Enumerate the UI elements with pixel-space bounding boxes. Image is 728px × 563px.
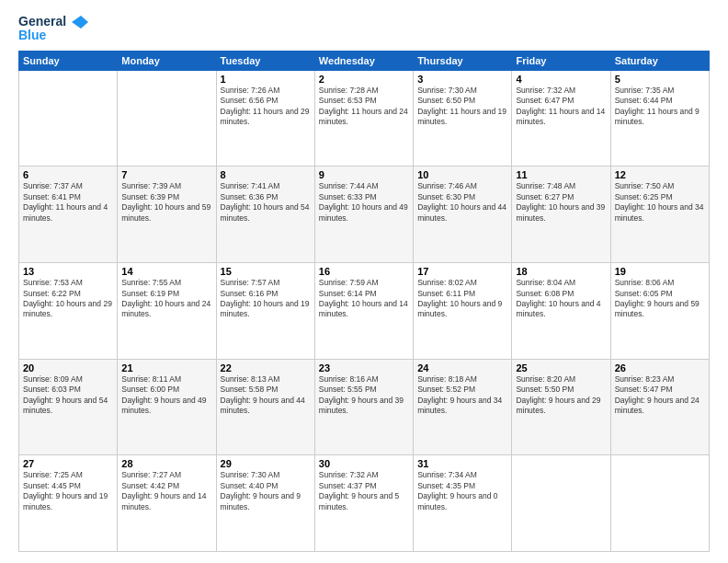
- calendar-cell: 24Sunrise: 8:18 AM Sunset: 5:52 PM Dayli…: [414, 359, 512, 455]
- page-header: General Blue: [18, 15, 710, 43]
- calendar-cell: 18Sunrise: 8:04 AM Sunset: 6:08 PM Dayli…: [512, 263, 610, 360]
- svg-marker-0: [72, 16, 88, 29]
- calendar-cell: 10Sunrise: 7:46 AM Sunset: 6:30 PM Dayli…: [414, 167, 512, 263]
- day-info: Sunrise: 7:50 AM Sunset: 6:25 PM Dayligh…: [615, 181, 705, 224]
- calendar-cell: 20Sunrise: 8:09 AM Sunset: 6:03 PM Dayli…: [19, 359, 118, 455]
- weekday-header-row: SundayMondayTuesdayWednesdayThursdayFrid…: [19, 51, 710, 70]
- calendar-cell: 3Sunrise: 7:30 AM Sunset: 6:50 PM Daylig…: [414, 70, 512, 167]
- logo: General Blue: [18, 15, 88, 43]
- weekday-thursday: Thursday: [414, 51, 512, 70]
- day-number: 20: [23, 362, 113, 373]
- calendar-cell: 7Sunrise: 7:39 AM Sunset: 6:39 PM Daylig…: [118, 167, 216, 263]
- day-number: 8: [221, 169, 311, 180]
- day-info: Sunrise: 8:16 AM Sunset: 5:55 PM Dayligh…: [319, 374, 409, 417]
- calendar-cell: 15Sunrise: 7:57 AM Sunset: 6:16 PM Dayli…: [216, 263, 314, 360]
- day-number: 25: [516, 362, 606, 373]
- day-info: Sunrise: 7:48 AM Sunset: 6:27 PM Dayligh…: [516, 181, 606, 224]
- calendar-cell: [610, 455, 709, 552]
- logo-blue: Blue: [18, 29, 88, 42]
- day-info: Sunrise: 7:25 AM Sunset: 4:45 PM Dayligh…: [23, 470, 113, 512]
- day-info: Sunrise: 7:39 AM Sunset: 6:39 PM Dayligh…: [121, 181, 211, 224]
- calendar-cell: 14Sunrise: 7:55 AM Sunset: 6:19 PM Dayli…: [118, 263, 216, 360]
- day-number: 12: [615, 169, 705, 180]
- calendar-cell: 29Sunrise: 7:30 AM Sunset: 4:40 PM Dayli…: [216, 455, 314, 552]
- calendar-cell: 22Sunrise: 8:13 AM Sunset: 5:58 PM Dayli…: [216, 359, 314, 455]
- calendar-cell: 21Sunrise: 8:11 AM Sunset: 6:00 PM Dayli…: [118, 359, 216, 455]
- day-number: 3: [417, 74, 507, 85]
- calendar-week-2: 6Sunrise: 7:37 AM Sunset: 6:41 PM Daylig…: [19, 167, 710, 263]
- calendar-cell: 5Sunrise: 7:35 AM Sunset: 6:44 PM Daylig…: [610, 70, 709, 167]
- day-number: 27: [23, 458, 113, 469]
- calendar-week-3: 13Sunrise: 7:53 AM Sunset: 6:22 PM Dayli…: [19, 263, 710, 360]
- day-number: 13: [23, 266, 113, 277]
- day-info: Sunrise: 7:41 AM Sunset: 6:36 PM Dayligh…: [221, 181, 311, 224]
- weekday-wednesday: Wednesday: [314, 51, 413, 70]
- weekday-sunday: Sunday: [19, 51, 118, 70]
- day-number: 29: [221, 458, 311, 469]
- calendar-cell: [512, 455, 610, 552]
- day-info: Sunrise: 7:30 AM Sunset: 6:50 PM Dayligh…: [417, 86, 507, 128]
- day-number: 18: [516, 266, 606, 277]
- calendar-cell: 8Sunrise: 7:41 AM Sunset: 6:36 PM Daylig…: [216, 167, 314, 263]
- calendar-cell: 23Sunrise: 8:16 AM Sunset: 5:55 PM Dayli…: [314, 359, 413, 455]
- day-number: 5: [615, 74, 705, 85]
- calendar-cell: 26Sunrise: 8:23 AM Sunset: 5:47 PM Dayli…: [610, 359, 709, 455]
- day-number: 22: [221, 362, 311, 373]
- day-info: Sunrise: 8:09 AM Sunset: 6:03 PM Dayligh…: [23, 374, 113, 417]
- day-info: Sunrise: 8:20 AM Sunset: 5:50 PM Dayligh…: [516, 374, 606, 417]
- day-info: Sunrise: 8:18 AM Sunset: 5:52 PM Dayligh…: [417, 374, 507, 417]
- logo-arrow-icon: [72, 16, 88, 29]
- day-info: Sunrise: 7:35 AM Sunset: 6:44 PM Dayligh…: [615, 86, 705, 128]
- day-info: Sunrise: 7:32 AM Sunset: 6:47 PM Dayligh…: [516, 86, 606, 128]
- calendar-cell: 2Sunrise: 7:28 AM Sunset: 6:53 PM Daylig…: [314, 70, 413, 167]
- day-info: Sunrise: 8:06 AM Sunset: 6:05 PM Dayligh…: [615, 278, 705, 320]
- day-number: 21: [121, 362, 211, 373]
- day-info: Sunrise: 7:32 AM Sunset: 4:37 PM Dayligh…: [319, 470, 409, 512]
- calendar-cell: 19Sunrise: 8:06 AM Sunset: 6:05 PM Dayli…: [610, 263, 709, 360]
- weekday-friday: Friday: [512, 51, 610, 70]
- day-info: Sunrise: 7:53 AM Sunset: 6:22 PM Dayligh…: [23, 278, 113, 320]
- calendar-cell: 25Sunrise: 8:20 AM Sunset: 5:50 PM Dayli…: [512, 359, 610, 455]
- calendar-cell: 31Sunrise: 7:34 AM Sunset: 4:35 PM Dayli…: [414, 455, 512, 552]
- day-info: Sunrise: 7:27 AM Sunset: 4:42 PM Dayligh…: [121, 470, 211, 512]
- day-number: 10: [417, 169, 507, 180]
- day-number: 9: [319, 169, 409, 180]
- day-info: Sunrise: 7:34 AM Sunset: 4:35 PM Dayligh…: [417, 470, 507, 512]
- day-number: 6: [23, 169, 113, 180]
- day-number: 7: [121, 169, 211, 180]
- day-number: 1: [221, 74, 311, 85]
- calendar-cell: 28Sunrise: 7:27 AM Sunset: 4:42 PM Dayli…: [118, 455, 216, 552]
- calendar-cell: [118, 70, 216, 167]
- day-number: 19: [615, 266, 705, 277]
- calendar-cell: 13Sunrise: 7:53 AM Sunset: 6:22 PM Dayli…: [19, 263, 118, 360]
- calendar-week-5: 27Sunrise: 7:25 AM Sunset: 4:45 PM Dayli…: [19, 455, 710, 552]
- calendar-cell: 16Sunrise: 7:59 AM Sunset: 6:14 PM Dayli…: [314, 263, 413, 360]
- day-number: 4: [516, 74, 606, 85]
- day-info: Sunrise: 7:26 AM Sunset: 6:56 PM Dayligh…: [221, 86, 311, 128]
- weekday-tuesday: Tuesday: [216, 51, 314, 70]
- day-info: Sunrise: 7:37 AM Sunset: 6:41 PM Dayligh…: [23, 181, 113, 224]
- day-info: Sunrise: 7:57 AM Sunset: 6:16 PM Dayligh…: [221, 278, 311, 320]
- calendar-table: SundayMondayTuesdayWednesdayThursdayFrid…: [18, 51, 710, 552]
- weekday-saturday: Saturday: [610, 51, 709, 70]
- day-info: Sunrise: 8:13 AM Sunset: 5:58 PM Dayligh…: [221, 374, 311, 417]
- day-number: 17: [417, 266, 507, 277]
- day-number: 14: [121, 266, 211, 277]
- calendar-week-1: 1Sunrise: 7:26 AM Sunset: 6:56 PM Daylig…: [19, 70, 710, 167]
- calendar-cell: 4Sunrise: 7:32 AM Sunset: 6:47 PM Daylig…: [512, 70, 610, 167]
- day-number: 15: [221, 266, 311, 277]
- day-info: Sunrise: 7:55 AM Sunset: 6:19 PM Dayligh…: [121, 278, 211, 320]
- day-info: Sunrise: 8:02 AM Sunset: 6:11 PM Dayligh…: [417, 278, 507, 320]
- logo-general: General: [18, 15, 88, 29]
- day-info: Sunrise: 8:11 AM Sunset: 6:00 PM Dayligh…: [121, 374, 211, 417]
- day-number: 24: [417, 362, 507, 373]
- weekday-monday: Monday: [118, 51, 216, 70]
- day-number: 16: [319, 266, 409, 277]
- calendar-cell: 1Sunrise: 7:26 AM Sunset: 6:56 PM Daylig…: [216, 70, 314, 167]
- day-number: 28: [121, 458, 211, 469]
- calendar-cell: [19, 70, 118, 167]
- day-info: Sunrise: 7:59 AM Sunset: 6:14 PM Dayligh…: [319, 278, 409, 320]
- day-info: Sunrise: 8:04 AM Sunset: 6:08 PM Dayligh…: [516, 278, 606, 320]
- day-info: Sunrise: 7:28 AM Sunset: 6:53 PM Dayligh…: [319, 86, 409, 128]
- day-number: 23: [319, 362, 409, 373]
